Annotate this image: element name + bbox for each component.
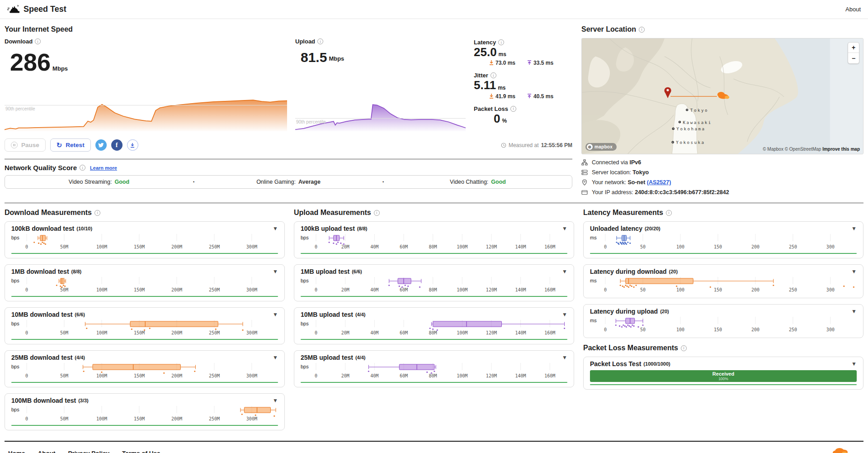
download-arrow-icon: [489, 94, 494, 99]
svg-text:140M: 140M: [515, 330, 526, 335]
card-count: (20): [669, 269, 678, 274]
improve-map-link[interactable]: Improve this map: [822, 147, 860, 152]
measurement-card[interactable]: Latency during download(20)▼ms0501001502…: [583, 264, 863, 298]
chevron-down-icon[interactable]: ▼: [273, 311, 278, 318]
chevron-down-icon[interactable]: ▼: [273, 268, 278, 275]
svg-text:20M: 20M: [341, 287, 349, 292]
nav-about-link[interactable]: About: [845, 6, 861, 13]
svg-text:50M: 50M: [60, 416, 68, 421]
server-info-list: Connected via IPv6 Server location: Toky…: [581, 159, 863, 196]
measurement-card[interactable]: 10MB upload test(4/4)▼bps020M40M60M80M10…: [294, 307, 574, 344]
upload-chart: 90th percentile: [295, 103, 466, 131]
svg-text:140M: 140M: [515, 373, 526, 378]
measurement-card[interactable]: 25MB upload test(4/4)▼bps020M40M60M80M10…: [294, 350, 574, 387]
refresh-icon: ↻: [57, 142, 62, 148]
svg-text:200: 200: [751, 327, 760, 332]
mapbox-logo[interactable]: ◍ mapbox: [585, 143, 617, 151]
unit-label: ms: [590, 277, 605, 294]
chevron-down-icon[interactable]: ▼: [562, 354, 567, 361]
map[interactable]: Tokyo Kawasaki Yokohama Yokosuka + − ◍ m…: [581, 38, 863, 154]
card-title: 10MB upload test: [301, 311, 353, 318]
svg-text:80M: 80M: [429, 287, 437, 292]
boxplot-chart: 020M40M60M80M100M120M140M160M: [316, 277, 567, 294]
chevron-down-icon[interactable]: ▼: [851, 308, 857, 315]
info-icon[interactable]: i: [681, 345, 687, 351]
svg-text:300M: 300M: [246, 330, 257, 335]
info-icon[interactable]: i: [639, 27, 645, 33]
boxplot-chart: 050100150200250300: [605, 277, 857, 294]
card-title: 100MB download test: [11, 397, 76, 404]
internet-speed-title: Your Internet Speed: [5, 25, 572, 33]
svg-text:100: 100: [676, 287, 684, 292]
measurement-card[interactable]: Latency during upload(20)▼ms050100150200…: [583, 304, 863, 338]
chevron-down-icon[interactable]: ▼: [562, 268, 567, 275]
svg-text:100M: 100M: [96, 373, 107, 378]
info-icon[interactable]: i: [317, 38, 323, 44]
svg-text:150M: 150M: [134, 244, 145, 249]
footer-link-terms[interactable]: Terms of Use: [122, 450, 160, 453]
card-title: Latency during upload: [590, 308, 658, 315]
packet-loss-label: Packet Lossi: [474, 105, 572, 112]
measurement-card[interactable]: 1MB upload test(6/6)▼bps020M40M60M80M100…: [294, 264, 574, 301]
chevron-down-icon[interactable]: ▼: [273, 397, 278, 404]
unit-label: bps: [11, 234, 27, 251]
info-icon[interactable]: i: [80, 165, 85, 171]
measurement-card[interactable]: 100MB download test(3/3)▼bps050M100M150M…: [5, 393, 285, 430]
svg-text:200M: 200M: [171, 287, 182, 292]
success-line: [590, 253, 857, 254]
retest-button[interactable]: ↻ Retest: [50, 138, 91, 152]
measurement-card[interactable]: 25MB download test(4/4)▼bps050M100M150M2…: [5, 350, 285, 387]
chevron-down-icon[interactable]: ▼: [562, 225, 567, 232]
measurement-card[interactable]: 10MB download test(6/6)▼bps050M100M150M2…: [5, 307, 285, 344]
info-icon[interactable]: i: [498, 39, 504, 45]
chevron-down-icon[interactable]: ▼: [851, 225, 857, 232]
svg-text:60M: 60M: [400, 287, 408, 292]
info-icon[interactable]: i: [374, 210, 380, 216]
measurement-card[interactable]: 100kB download test(10/10)▼bps050M100M15…: [5, 221, 285, 258]
info-icon[interactable]: i: [94, 210, 100, 216]
chevron-down-icon[interactable]: ▼: [273, 225, 278, 232]
top-section: Your Internet Speed Download i 286 Mbps …: [0, 19, 868, 196]
card-count: (1000/1000): [643, 361, 670, 367]
upload-block: Upload i 81.5 Mbps 90th percentile: [295, 38, 466, 131]
svg-text:0: 0: [315, 244, 317, 249]
zoom-in-button[interactable]: +: [848, 43, 859, 53]
asn-link[interactable]: (AS2527): [647, 179, 671, 186]
svg-text:300M: 300M: [246, 373, 257, 378]
chevron-down-icon[interactable]: ▼: [562, 311, 567, 318]
card-count: (4/4): [355, 312, 366, 317]
footer-link-privacy[interactable]: Privacy Policy: [68, 450, 110, 453]
latency-label: Latencyi: [474, 39, 572, 46]
svg-text:250M: 250M: [209, 287, 220, 292]
packet-loss-card[interactable]: Packet Loss Test (1000/1000) ▼ Received …: [583, 357, 863, 390]
learn-more-link[interactable]: Learn more: [90, 165, 117, 171]
packet-loss-received-bar: Received 100%: [590, 370, 857, 382]
measured-at: Measured at 12:55:56 PM: [501, 142, 572, 148]
mapbox-icon: ◍: [587, 144, 593, 150]
download-results-button[interactable]: [127, 139, 138, 151]
footer-link-home[interactable]: Home: [8, 450, 25, 453]
info-icon[interactable]: i: [491, 72, 496, 78]
info-icon[interactable]: i: [510, 106, 516, 112]
card-title: Latency during download: [590, 268, 667, 275]
info-icon[interactable]: i: [35, 38, 41, 44]
cloudflare-cloud-icon: [830, 447, 850, 453]
twitter-share-button[interactable]: [95, 139, 107, 151]
measurement-card[interactable]: 1MB download test(8/8)▼bps050M100M150M20…: [5, 264, 285, 301]
zoom-out-button[interactable]: −: [848, 53, 859, 63]
svg-text:300: 300: [826, 244, 835, 249]
chevron-down-icon[interactable]: ▼: [851, 268, 857, 275]
facebook-share-button[interactable]: f: [111, 139, 123, 151]
measurement-card[interactable]: 100kB upload test(8/8)▼bps020M40M60M80M1…: [294, 221, 574, 258]
chevron-down-icon[interactable]: ▼: [851, 361, 857, 367]
chevron-down-icon[interactable]: ▼: [273, 354, 278, 361]
svg-text:100M: 100M: [96, 416, 107, 421]
info-icon[interactable]: i: [666, 210, 672, 216]
ip-card-icon: [581, 189, 588, 196]
measurement-card[interactable]: Unloaded latency(20/20)▼ms05010015020025…: [583, 221, 863, 258]
map-canvas: Tokyo Kawasaki Yokohama Yokosuka: [582, 38, 863, 154]
footer-link-about[interactable]: About: [38, 450, 56, 453]
svg-text:250: 250: [789, 327, 797, 332]
pause-button[interactable]: Pause: [5, 138, 46, 152]
svg-text:50M: 50M: [60, 287, 68, 292]
